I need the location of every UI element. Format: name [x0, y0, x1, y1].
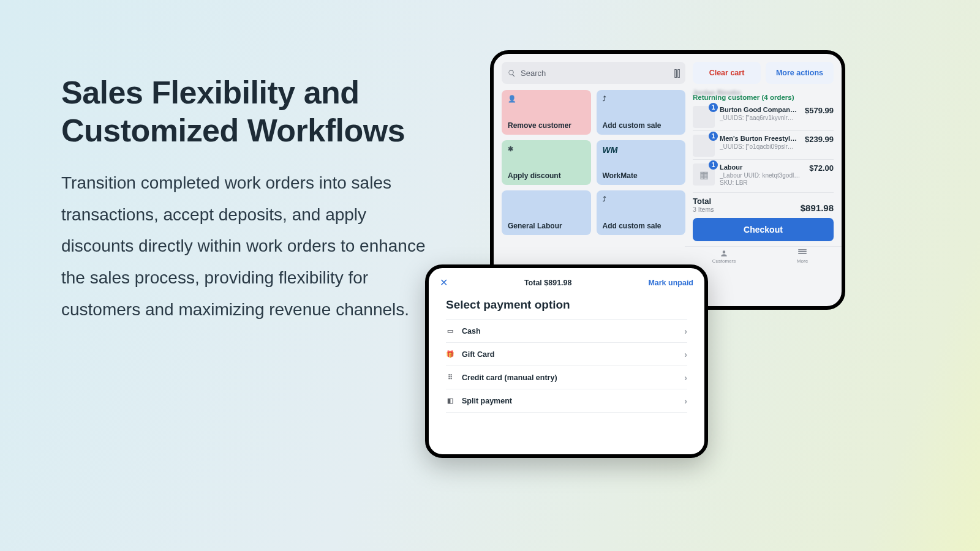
- total-value: $891.98: [801, 203, 834, 213]
- payment-option-credit-card-manual-entry-[interactable]: ⠿Credit card (manual entry)›: [446, 366, 687, 389]
- more-actions-button[interactable]: More actions: [766, 62, 834, 84]
- item-uuid: _UUIDS: ["o1qacbi09pslr…: [720, 143, 800, 151]
- bottom-nav: Customers More: [685, 246, 842, 265]
- payment-option-split-payment[interactable]: ◧Split payment›: [446, 389, 687, 413]
- item-price: $239.99: [805, 135, 834, 144]
- item-name: Labour: [720, 163, 804, 172]
- qty-badge: 1: [709, 132, 718, 141]
- cart-total-row: Total 3 Items $891.98: [693, 192, 834, 213]
- cash-icon: ▭: [446, 327, 454, 335]
- payment-option-cash[interactable]: ▭Cash›: [446, 320, 687, 343]
- split-icon: ◧: [446, 397, 454, 405]
- gift-card-icon: 🎁: [446, 350, 454, 358]
- workmate-icon: WM: [603, 145, 680, 155]
- tile-add-custom-sale[interactable]: ⤴Add custom sale: [597, 90, 686, 135]
- tile-label: WorkMate: [603, 171, 680, 180]
- item-thumbnail: ▦1: [693, 163, 715, 186]
- page-title: Sales Flexibility and Customized Workflo…: [61, 73, 441, 150]
- upload-icon: ⤴: [603, 195, 680, 203]
- tile-add-custom-sale[interactable]: ⤴Add custom sale: [597, 190, 686, 235]
- payment-option-label: Gift Card: [462, 350, 677, 359]
- tile-label: Add custom sale: [603, 222, 680, 230]
- checkout-button[interactable]: Checkout: [693, 218, 834, 241]
- payment-option-label: Cash: [462, 327, 677, 335]
- item-thumbnail: 1: [693, 135, 715, 157]
- chevron-right-icon: ›: [684, 396, 687, 406]
- tile-general-labour[interactable]: General Labour: [502, 190, 591, 235]
- cart-item[interactable]: ▦1Labour_Labour UUID: knetqt3godl…SKU: L…: [693, 159, 834, 187]
- tile-label: Remove customer: [508, 121, 585, 130]
- chevron-right-icon: ›: [684, 373, 687, 383]
- chevron-right-icon: ›: [684, 350, 687, 359]
- total-label: Total: [693, 197, 714, 206]
- item-price: $579.99: [805, 106, 834, 115]
- payment-option-gift-card[interactable]: 🎁Gift Card›: [446, 343, 687, 366]
- search-placeholder: Search: [521, 69, 669, 78]
- person-remove-icon: 👤: [508, 95, 585, 103]
- nav-customers[interactable]: Customers: [685, 249, 763, 264]
- item-price: $72.00: [809, 163, 834, 173]
- item-uuid: _UUIDS: ["aaq6rv1kyvnlr…: [720, 114, 800, 122]
- cart-item[interactable]: 1Burton Good Company Camber…_UUIDS: ["aa…: [693, 106, 834, 128]
- hamburger-icon: [798, 249, 807, 258]
- customer-name: Jordan Binotto: [693, 89, 834, 96]
- keypad-icon: ⠿: [446, 373, 454, 381]
- item-thumbnail: 1: [693, 106, 715, 128]
- tile-label: Apply discount: [508, 171, 585, 180]
- payment-option-label: Split payment: [462, 397, 677, 405]
- item-info: Labour_Labour UUID: knetqt3godl…SKU: LBR: [720, 163, 804, 187]
- tile-label: Add custom sale: [603, 121, 680, 130]
- tile-workmate[interactable]: WMWorkMate: [597, 140, 686, 185]
- item-uuid: _Labour UUID: knetqt3godl…: [720, 172, 804, 180]
- item-name: Burton Good Company Camber…: [720, 106, 800, 114]
- nav-more[interactable]: More: [763, 249, 842, 264]
- tile-remove-customer[interactable]: 👤Remove customer: [502, 90, 591, 135]
- barcode-icon[interactable]: [∥]: [674, 68, 679, 78]
- total-item-count: 3 Items: [693, 206, 714, 213]
- payment-heading: Select payment option: [440, 294, 693, 319]
- page-body: Transition completed work orders into sa…: [61, 167, 441, 326]
- item-name: Men's Burton Freestyle Re:Flex S…: [720, 135, 800, 143]
- payment-modal: ✕ Total $891.98 Mark unpaid Select payme…: [425, 264, 708, 458]
- search-icon: [508, 69, 516, 77]
- qty-badge: 1: [709, 160, 718, 170]
- person-icon: [720, 249, 728, 258]
- tile-label: General Labour: [508, 222, 585, 230]
- mark-unpaid-button[interactable]: Mark unpaid: [648, 279, 693, 287]
- chevron-right-icon: ›: [684, 326, 687, 336]
- discount-icon: ✱: [508, 145, 585, 153]
- cart-item[interactable]: 1Men's Burton Freestyle Re:Flex S…_UUIDS…: [693, 130, 834, 157]
- item-info: Burton Good Company Camber…_UUIDS: ["aaq…: [720, 106, 800, 122]
- action-tiles: 👤Remove customer⤴Add custom sale✱Apply d…: [502, 90, 685, 235]
- item-info: Men's Burton Freestyle Re:Flex S…_UUIDS:…: [720, 135, 800, 151]
- tile-apply-discount[interactable]: ✱Apply discount: [502, 140, 591, 185]
- payment-options-list: ▭Cash›🎁Gift Card›⠿Credit card (manual en…: [446, 319, 687, 413]
- search-input[interactable]: Search [∥]: [502, 62, 685, 84]
- qty-badge: 1: [709, 103, 718, 112]
- upload-icon: ⤴: [603, 95, 680, 102]
- clear-cart-button[interactable]: Clear cart: [693, 62, 761, 84]
- payment-option-label: Credit card (manual entry): [462, 373, 677, 382]
- item-sku: SKU: LBR: [720, 179, 804, 187]
- close-icon[interactable]: ✕: [440, 277, 448, 288]
- cart-items: 1Burton Good Company Camber…_UUIDS: ["aa…: [693, 106, 834, 187]
- payment-total: Total $891.98: [524, 279, 572, 287]
